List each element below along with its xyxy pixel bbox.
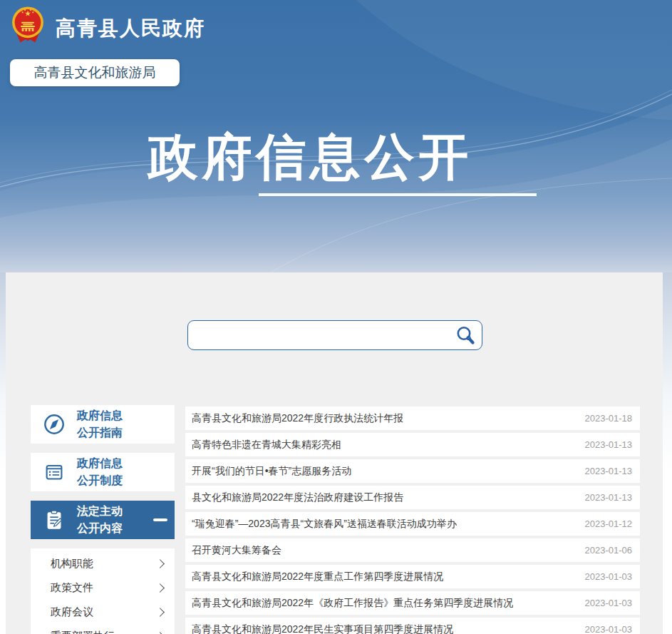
- subitem-label: 政府会议: [51, 605, 93, 619]
- sidebar-subitem-gov-meetings[interactable]: 政府会议: [31, 600, 175, 624]
- sidebar-submenu: 机构职能 政策文件 政府会议 重要部署执行: [31, 548, 175, 634]
- search-box[interactable]: [187, 320, 482, 350]
- article-row[interactable]: 县文化和旅游局2022年度法治政府建设工作报告 2023-01-13: [185, 486, 640, 509]
- article-row[interactable]: 高青县文化和旅游局2022年度行政执法统计年报 2023-01-18: [185, 407, 640, 430]
- article-row[interactable]: 高青县文化和旅游局2022年民生实事项目第四季度进展情况 2023-01-03: [185, 618, 640, 634]
- article-title[interactable]: 高青县文化和旅游局2022年度行政执法统计年报: [192, 412, 403, 425]
- chevron-right-icon: [155, 608, 165, 617]
- chevron-right-icon: [155, 632, 165, 634]
- collapse-minus-icon[interactable]: [153, 518, 167, 521]
- sidebar-item-system[interactable]: 政府信息 公开制度: [31, 453, 175, 491]
- sidebar-item-label: 政府信息 公开指南: [77, 407, 123, 441]
- article-row[interactable]: 高青县文化和旅游局2022年度重点工作第四季度进展情况 2023-01-03: [185, 565, 640, 588]
- article-title[interactable]: 高青县文化和旅游局2022年民生实事项目第四季度进展情况: [192, 623, 453, 634]
- article-list: 高青县文化和旅游局2022年度行政执法统计年报 2023-01-18 高青特色非…: [185, 407, 640, 634]
- sidebar-item-label: 政府信息 公开制度: [77, 455, 123, 489]
- article-date: 2023-01-18: [577, 413, 633, 424]
- department-badge-button[interactable]: 高青县文化和旅游局: [10, 59, 180, 86]
- article-title[interactable]: 高青县文化和旅游局2022年《政府工作报告》重点任务第四季度进展情况: [192, 597, 513, 610]
- national-emblem-logo: [11, 4, 45, 45]
- sidebar-item-guide[interactable]: 政府信息 公开指南: [31, 405, 175, 444]
- sidebar-subitem-policy-files[interactable]: 政策文件: [31, 576, 175, 600]
- article-row[interactable]: 高青县文化和旅游局2022年《政府工作报告》重点任务第四季度进展情况 2023-…: [185, 591, 640, 615]
- article-title[interactable]: “瑞兔迎春”—2023高青县“文旅春风”送福送春联活动成功举办: [192, 518, 457, 531]
- subitem-label: 重要部署执行: [51, 630, 115, 634]
- chevron-right-icon: [155, 583, 165, 593]
- title-underline: [259, 193, 537, 196]
- article-date: 2023-01-03: [577, 571, 633, 582]
- article-title[interactable]: 高青特色非遗在青城大集精彩亮相: [192, 439, 341, 451]
- sidebar-subitem-key-deployment[interactable]: 重要部署执行: [31, 624, 175, 634]
- article-date: 2023-01-06: [577, 545, 633, 556]
- search-input[interactable]: [188, 321, 453, 349]
- article-title[interactable]: 高青县文化和旅游局2022年度重点工作第四季度进展情况: [192, 571, 443, 583]
- article-title[interactable]: 召开黄河大集筹备会: [192, 544, 281, 557]
- chevron-right-icon: [155, 559, 165, 568]
- article-row[interactable]: 召开黄河大集筹备会 2023-01-06: [185, 538, 640, 562]
- sidebar-subitem-functions[interactable]: 机构职能: [31, 551, 175, 576]
- article-title[interactable]: 县文化和旅游局2022年度法治政府建设工作报告: [192, 491, 403, 504]
- document-list-icon: [42, 460, 66, 484]
- site-title: 高青县人民政府: [56, 15, 205, 42]
- article-row[interactable]: 高青特色非遗在青城大集精彩亮相 2023-01-13: [185, 433, 640, 456]
- compass-icon: [42, 412, 66, 436]
- page-title: 政府信息公开: [130, 124, 490, 191]
- subitem-label: 机构职能: [51, 557, 93, 571]
- article-date: 2023-01-13: [577, 466, 633, 476]
- search-button[interactable]: [453, 323, 477, 347]
- article-date: 2023-01-13: [577, 439, 633, 450]
- sidebar-item-label: 法定主动 公开内容: [77, 503, 123, 537]
- article-row[interactable]: “瑞兔迎春”—2023高青县“文旅春风”送福送春联活动成功举办 2023-01-…: [185, 512, 640, 536]
- article-date: 2023-01-13: [577, 492, 633, 503]
- article-row[interactable]: 开展“我们的节日•春节”志愿服务活动 2023-01-13: [185, 459, 640, 483]
- sidebar: 政府信息 公开指南 政府信息 公开制度: [31, 405, 175, 634]
- search-icon: [455, 324, 476, 346]
- content-panel: 政府信息 公开指南 政府信息 公开制度: [6, 272, 663, 634]
- article-date: 2023-01-03: [577, 598, 633, 608]
- article-date: 2023-01-12: [577, 518, 633, 529]
- article-title[interactable]: 开展“我们的节日•春节”志愿服务活动: [192, 465, 351, 478]
- clipboard-pencil-icon: [42, 508, 66, 532]
- sidebar-item-statutory-disclosure[interactable]: 法定主动 公开内容: [31, 501, 175, 539]
- subitem-label: 政策文件: [51, 581, 93, 595]
- article-date: 2023-01-03: [577, 624, 633, 634]
